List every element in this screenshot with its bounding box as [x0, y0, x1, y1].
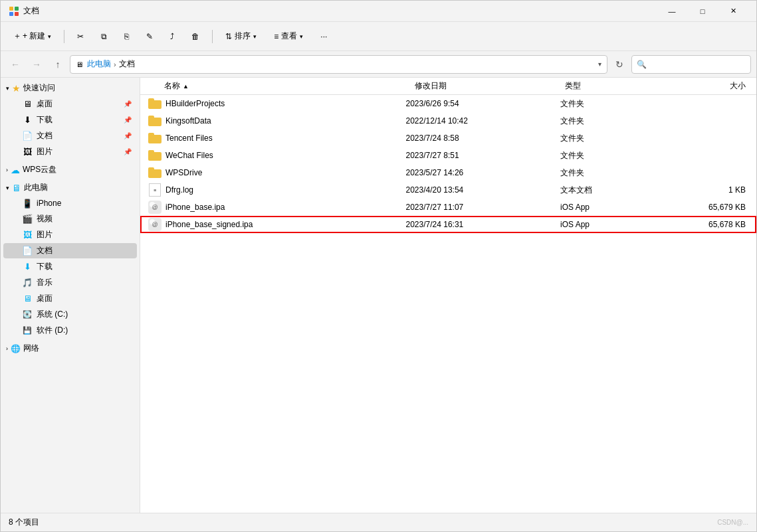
sidebar-item-desktop-label: 桌面 [37, 98, 53, 110]
file-name-cell: HBuilderProjects [140, 97, 406, 110]
sidebar-item-documents-quick[interactable]: 📄 文档 📌 [3, 128, 137, 143]
table-row[interactable]: HBuilderProjects 2023/6/26 9:54 文件夹 [140, 95, 756, 112]
sidebar-item-pictures-quick[interactable]: 🖼 图片 📌 [3, 144, 137, 159]
file-date: 2023/4/20 13:54 [406, 185, 561, 195]
sidebar-item-pictures-pc[interactable]: 🖼 图片 [3, 227, 137, 242]
this-pc-icon: 🖥 [12, 183, 21, 193]
network-icon: 🌐 [11, 344, 21, 353]
downloads-pc-icon: ⬇ [22, 262, 33, 272]
more-label: ··· [320, 32, 327, 41]
view-dropdown-icon: ▾ [300, 33, 303, 40]
sidebar-item-downloads-quick[interactable]: ⬇ 下载 📌 [3, 112, 137, 128]
col-header-date[interactable]: 修改日期 [415, 80, 565, 92]
this-pc-label: 此电脑 [24, 182, 48, 193]
folder-icon [148, 98, 162, 109]
cut-button[interactable]: ✂ [70, 29, 91, 44]
wps-icon: ☁ [11, 165, 20, 175]
sidebar-section-this-pc: ▾ 🖥 此电脑 📱 iPhone 🎬 视频 🖼 图片 📄 [1, 180, 140, 338]
file-name: WeChat Files [165, 151, 213, 160]
sidebar-section-header-quick-access[interactable]: ▾ ★ 快速访问 [1, 80, 140, 96]
sidebar-item-drive-d[interactable]: 💾 软件 (D:) [3, 323, 137, 338]
table-row[interactable]: WeChat Files 2023/7/27 8:51 文件夹 [140, 147, 756, 164]
sidebar-item-desktop-pc-label: 桌面 [37, 293, 53, 304]
new-button[interactable]: ＋ + 新建 ▾ [6, 27, 58, 45]
table-row[interactable]: KingsoftData 2022/12/14 10:42 文件夹 [140, 112, 756, 130]
sidebar-section-wps: › ☁ WPS云盘 [1, 162, 140, 177]
quick-access-label: 快速访问 [23, 82, 55, 94]
forward-button[interactable]: → [27, 55, 46, 74]
search-input[interactable] [631, 55, 751, 74]
file-date: 2023/5/27 14:26 [406, 168, 561, 177]
window-title: 文档 [23, 5, 657, 17]
file-name: iPhone_base.ipa [165, 203, 225, 212]
item-count: 8 个项目 [9, 517, 39, 528]
up-button[interactable]: ↑ [49, 55, 67, 74]
file-type: iOS App [560, 203, 663, 212]
paste-icon: ⎘ [124, 32, 129, 41]
file-name-cell: @ iPhone_base_signed.ipa [140, 218, 406, 231]
document-icon: 📄 [22, 131, 33, 141]
ipa-icon: @ [148, 201, 162, 214]
sidebar-item-network[interactable]: › 🌐 网络 [1, 341, 140, 356]
sidebar-item-drive-c[interactable]: 💽 系统 (C:) [3, 307, 137, 322]
minimize-button[interactable]: — [657, 1, 687, 22]
table-row[interactable]: WPSDrive 2023/5/27 14:26 文件夹 [140, 164, 756, 181]
sidebar-item-music[interactable]: 🎵 音乐 [3, 275, 137, 290]
copy-button[interactable]: ⧉ [94, 29, 114, 44]
path-part-0: 此电脑 [87, 58, 111, 70]
file-type: 文件夹 [560, 150, 663, 161]
back-button[interactable]: ← [6, 55, 25, 74]
sidebar-item-wps[interactable]: › ☁ WPS云盘 [1, 162, 140, 177]
paste-button[interactable]: ⎘ [117, 29, 136, 44]
maximize-button[interactable]: □ [687, 1, 718, 22]
status-bar: 8 个项目 CSDN@... [1, 513, 756, 531]
path-part-1: 文档 [119, 58, 135, 70]
sidebar-item-desktop-quick[interactable]: 🖥 桌面 📌 [3, 96, 137, 112]
folder-icon [148, 167, 162, 178]
sidebar-section-header-this-pc[interactable]: ▾ 🖥 此电脑 [1, 180, 140, 195]
pin-icon-2: 📌 [124, 116, 132, 124]
file-name-cell: @ iPhone_base.ipa [140, 201, 406, 214]
table-row[interactable]: Tencent Files 2023/7/24 8:58 文件夹 [140, 130, 756, 147]
delete-button[interactable]: 🗑 [184, 29, 207, 44]
new-icon: ＋ [13, 31, 21, 42]
sidebar-item-documents-label: 文档 [37, 130, 53, 141]
new-label: + 新建 [23, 31, 45, 42]
file-icon: @ [148, 218, 162, 231]
sidebar-item-iphone[interactable]: 📱 iPhone [3, 196, 137, 211]
sidebar-item-desktop-pc[interactable]: 🖥 桌面 [3, 291, 137, 306]
file-date: 2023/7/24 8:58 [406, 133, 561, 143]
iphone-icon: 📱 [22, 198, 33, 209]
search-icon: 🔍 [637, 60, 647, 69]
file-size: 65,679 KB [663, 203, 756, 212]
rename-button[interactable]: ✎ [139, 29, 160, 44]
file-list-header: 名称 ▲ 修改日期 类型 大小 [140, 78, 756, 95]
sidebar-item-videos[interactable]: 🎬 视频 [3, 211, 137, 226]
share-icon: ⤴ [170, 32, 174, 41]
table-row[interactable]: @ iPhone_base_signed.ipa 2023/7/24 16:31… [140, 216, 756, 233]
more-button[interactable]: ··· [313, 29, 334, 44]
table-row[interactable]: @ iPhone_base.ipa 2023/7/27 11:07 iOS Ap… [140, 199, 756, 216]
sort-button[interactable]: ⇅ 排序 ▾ [218, 27, 264, 45]
refresh-button[interactable]: ↻ [610, 55, 629, 74]
close-button[interactable]: ✕ [718, 1, 748, 22]
address-input[interactable]: 🖥 此电脑 › 文档 ▾ [70, 55, 607, 74]
sidebar-item-downloads-pc[interactable]: ⬇ 下载 [3, 259, 137, 274]
view-label: 查看 [281, 31, 297, 42]
sidebar-item-documents-pc[interactable]: 📄 文档 [3, 243, 137, 258]
file-type: 文件夹 [560, 98, 663, 110]
sidebar-item-pictures-pc-label: 图片 [37, 229, 53, 240]
delete-icon: 🗑 [191, 32, 199, 41]
sidebar-item-videos-label: 视频 [37, 213, 53, 224]
svg-rect-1 [15, 7, 19, 11]
sidebar-item-downloads-label: 下载 [37, 114, 53, 126]
table-row[interactable]: ≡ Dfrg.log 2023/4/20 13:54 文本文档 1 KB [140, 181, 756, 199]
pictures-icon: 🖼 [22, 147, 33, 157]
col-header-name[interactable]: 名称 ▲ [140, 80, 415, 92]
share-button[interactable]: ⤴ [163, 29, 181, 44]
drive-c-icon: 💽 [22, 310, 33, 320]
network-chevron-icon: › [6, 345, 8, 352]
desktop-pc-icon: 🖥 [22, 294, 33, 304]
view-button[interactable]: ≡ 查看 ▾ [267, 27, 310, 45]
file-date: 2023/7/24 16:31 [406, 220, 561, 229]
